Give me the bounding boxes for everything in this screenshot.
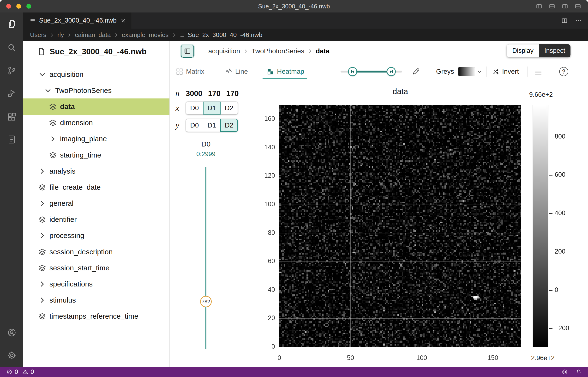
more-actions-icon[interactable] — [575, 17, 582, 24]
tree-item-imaging_plane[interactable]: imaging_plane — [23, 131, 169, 147]
gridline-horizontal — [279, 205, 521, 205]
tree-item-identifier[interactable]: identifier — [23, 212, 169, 228]
help-button[interactable]: ? — [559, 67, 568, 76]
x-dim-d2-button[interactable]: D2 — [220, 102, 238, 115]
frame-slider-value: 782 — [202, 299, 210, 305]
editor-tab[interactable]: Sue_2x_3000_40_-46.nwb — [23, 12, 132, 29]
dim-size: 170 — [208, 89, 220, 98]
zoom-window-button[interactable] — [26, 4, 31, 9]
chevron-right-icon[interactable] — [38, 167, 46, 175]
run-and-debug-icon[interactable] — [0, 85, 23, 102]
domain-slider-active-range — [353, 71, 391, 72]
tree-item-label: acquisition — [49, 70, 83, 79]
breadcrumb-item[interactable]: caiman_data — [75, 31, 111, 39]
minimize-window-button[interactable] — [16, 4, 21, 9]
colormap-label[interactable]: Greys — [436, 64, 454, 79]
y-dim-d1-button[interactable]: D1 — [203, 119, 220, 132]
colorbar-min-label: −2.96e+2 — [520, 354, 562, 362]
chevron-right-icon — [114, 33, 119, 37]
line-plot-icon — [225, 68, 232, 75]
chevron-down-icon[interactable] — [44, 86, 52, 94]
tree-item-acquisition[interactable]: acquisition — [23, 66, 169, 82]
tree-item-starting_time[interactable]: starting_time — [23, 147, 169, 163]
tree-item-data[interactable]: data — [23, 98, 169, 115]
tree-item-stimulus[interactable]: stimulus — [23, 292, 169, 308]
toggle-sidebar-right-icon[interactable] — [562, 3, 568, 9]
more-options-menu-icon[interactable] — [534, 68, 542, 76]
tab-line[interactable]: Line — [225, 64, 248, 79]
domain-slider-max-handle[interactable] — [387, 67, 396, 76]
gridline-horizontal — [279, 148, 521, 148]
notifications-bell-icon[interactable] — [576, 369, 582, 375]
problems-indicator[interactable]: 0 0 — [0, 368, 34, 376]
inspect-mode-button[interactable]: Inspect — [539, 44, 570, 57]
x-dim-d0-button[interactable]: D0 — [186, 102, 203, 115]
dim-size: 170 — [226, 89, 239, 98]
nwb-explorer-icon[interactable] — [0, 131, 23, 148]
gridline-vertical — [422, 105, 422, 347]
tree-item-session_start_time[interactable]: session_start_time — [23, 260, 169, 276]
source-control-icon[interactable] — [0, 62, 23, 79]
chevron-down-icon[interactable] — [38, 70, 46, 79]
close-tab-icon[interactable] — [120, 18, 126, 24]
chevron-right-icon[interactable] — [38, 280, 46, 288]
toggle-panel-icon[interactable] — [549, 3, 555, 9]
tab-heatmap[interactable]: Heatmap — [267, 64, 304, 79]
heatmap-plot[interactable] — [279, 105, 521, 347]
explorer-icon[interactable] — [0, 15, 23, 33]
breadcrumb-item[interactable]: rly — [57, 31, 64, 39]
y-tick-label: 20 — [250, 314, 275, 322]
breadcrumb-item-file[interactable]: Sue_2x_3000_40_-46.nwb — [180, 31, 262, 39]
accounts-icon[interactable] — [0, 324, 23, 341]
settings-gear-icon[interactable] — [0, 347, 23, 364]
search-icon[interactable] — [0, 39, 23, 56]
tree-item-TwoPhotonSeries[interactable]: TwoPhotonSeries — [23, 82, 169, 98]
tree-item-specifications[interactable]: specifications — [23, 276, 169, 292]
toggle-sidebar-left-icon[interactable] — [536, 3, 542, 9]
tree-item-general[interactable]: general — [23, 195, 169, 212]
y-dim-d0-button[interactable]: D0 — [186, 119, 203, 132]
frame-slider-handle[interactable]: 782 — [200, 296, 212, 307]
tree-item-label: session_description — [49, 248, 113, 256]
pencil-icon — [412, 68, 420, 75]
x-dim-d1-button[interactable]: D1 — [203, 102, 220, 115]
toggle-explorer-sidebar-button[interactable] — [181, 45, 194, 58]
tab-matrix[interactable]: Matrix — [176, 64, 204, 79]
chevron-right-icon[interactable] — [38, 232, 46, 240]
chevron-right-icon[interactable] — [38, 199, 46, 207]
tree-item-session_description[interactable]: session_description — [23, 244, 169, 260]
dim-size: 3000 — [186, 89, 202, 98]
tree-item-file_create_date[interactable]: file_create_date — [23, 179, 169, 195]
gridline-horizontal — [279, 233, 521, 233]
dataset-breadcrumb-item[interactable]: acquisition — [208, 47, 240, 55]
chevron-right-icon[interactable] — [49, 135, 57, 143]
dataset-breadcrumb-item[interactable]: TwoPhotonSeries — [252, 47, 304, 55]
edit-domain-button[interactable] — [412, 68, 420, 75]
dataset-breadcrumb-item[interactable]: data — [316, 47, 330, 55]
color-domain-slider[interactable] — [341, 64, 402, 79]
tree-item-timestamps_reference_time[interactable]: timestamps_reference_time — [23, 308, 169, 324]
chevron-down-icon[interactable] — [477, 69, 482, 74]
chevron-right-icon[interactable] — [38, 296, 46, 304]
tab-strip-actions — [561, 12, 582, 29]
swap-arrows-icon — [492, 68, 499, 75]
display-mode-button[interactable]: Display — [507, 44, 539, 57]
close-window-button[interactable] — [6, 4, 11, 9]
feedback-icon[interactable] — [562, 369, 568, 375]
breadcrumb-item[interactable]: Users — [30, 31, 46, 39]
invert-colormap-button[interactable]: Invert — [492, 64, 519, 79]
colorbar-tick-label: 400 — [555, 209, 586, 217]
customize-layout-icon[interactable] — [575, 3, 581, 9]
extensions-icon[interactable] — [0, 108, 23, 126]
y-dim-d2-button[interactable]: D2 — [220, 119, 238, 132]
split-editor-icon[interactable] — [561, 17, 568, 24]
nwb-file-icon — [30, 18, 36, 24]
frame-slider-track[interactable] — [206, 167, 207, 349]
heatmap-canvas[interactable] — [279, 105, 521, 347]
colormap-gradient-swatch[interactable] — [458, 67, 475, 76]
tree-item-dimension[interactable]: dimension — [23, 115, 169, 131]
tree-item-processing[interactable]: processing — [23, 228, 169, 244]
domain-slider-min-handle[interactable] — [348, 67, 357, 76]
tree-item-analysis[interactable]: analysis — [23, 163, 169, 179]
breadcrumb-item[interactable]: example_movies — [122, 31, 169, 39]
